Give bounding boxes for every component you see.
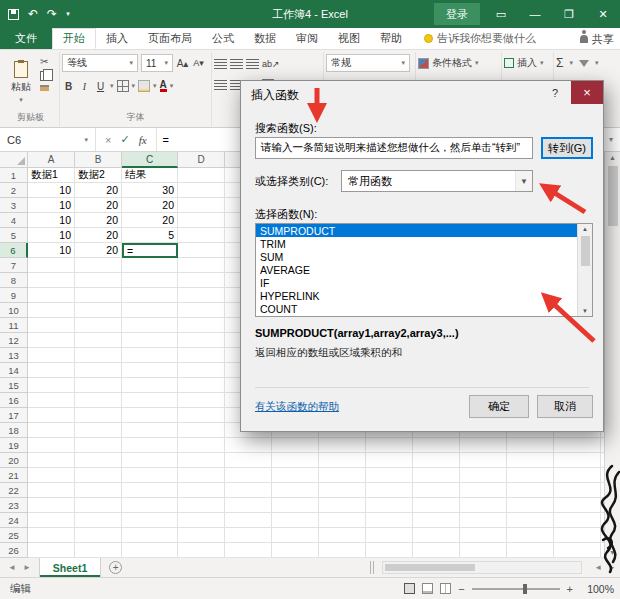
cell-B2[interactable]: 20 <box>75 183 122 198</box>
cell-J26[interactable] <box>460 543 507 558</box>
cell-I24[interactable] <box>413 513 460 528</box>
horizontal-scroll-thumb[interactable] <box>385 564 475 571</box>
ribbon-tab-帮助[interactable]: 帮助 <box>370 28 412 49</box>
cell-C8[interactable] <box>122 273 178 288</box>
cell-A14[interactable] <box>28 363 75 378</box>
cell-B24[interactable] <box>75 513 122 528</box>
cell-A4[interactable]: 10 <box>28 213 75 228</box>
zoom-out-icon[interactable]: − <box>458 583 464 595</box>
cell-F21[interactable] <box>272 468 319 483</box>
cell-C19[interactable] <box>122 438 178 453</box>
cell-A16[interactable] <box>28 393 75 408</box>
cell-A9[interactable] <box>28 288 75 303</box>
cell-A1[interactable]: 数据1 <box>28 168 75 183</box>
cell-L19[interactable] <box>554 438 601 453</box>
cell-C3[interactable]: 20 <box>122 198 178 213</box>
cell-H21[interactable] <box>366 468 413 483</box>
col-header-A[interactable]: A <box>28 152 75 168</box>
close-icon[interactable]: ✕ <box>586 0 620 28</box>
category-select[interactable]: 常用函数 ▼ <box>341 170 533 192</box>
cell-A3[interactable]: 10 <box>28 198 75 213</box>
scroll-down-icon[interactable]: ▼ <box>609 549 616 556</box>
row-header-16[interactable]: 16 <box>0 393 28 408</box>
grow-font-icon[interactable]: A▴ <box>176 55 189 71</box>
autosum-button[interactable]: Σ <box>556 56 563 70</box>
cell-B11[interactable] <box>75 318 122 333</box>
cell-G21[interactable] <box>319 468 366 483</box>
function-item-COUNT[interactable]: COUNT <box>256 302 577 315</box>
row-header-23[interactable]: 23 <box>0 498 28 513</box>
cell-L21[interactable] <box>554 468 601 483</box>
cell-C17[interactable] <box>122 408 178 423</box>
cell-K23[interactable] <box>507 498 554 513</box>
page-layout-view-icon[interactable] <box>422 583 433 594</box>
cell-B20[interactable] <box>75 453 122 468</box>
search-function-input[interactable]: 请输入一条简短说明来描述您想做什么，然后单击“转到” <box>255 137 533 159</box>
ribbon-tab-开始[interactable]: 开始 <box>52 28 96 49</box>
cell-C5[interactable]: 5 <box>122 228 178 243</box>
cell-G20[interactable] <box>319 453 366 468</box>
function-help-link[interactable]: 有关该函数的帮助 <box>255 400 339 414</box>
ribbon-tab-审阅[interactable]: 审阅 <box>286 28 328 49</box>
cell-D12[interactable] <box>178 333 225 348</box>
row-header-6[interactable]: 6 <box>0 243 28 258</box>
cell-D1[interactable] <box>178 168 225 183</box>
cell-D6[interactable] <box>178 243 225 258</box>
tab-scroll-splitter[interactable] <box>370 561 374 574</box>
bold-button[interactable]: B <box>62 78 75 94</box>
italic-button[interactable]: I <box>78 78 91 94</box>
cell-K19[interactable] <box>507 438 554 453</box>
chevron-down-icon[interactable]: ▾ <box>110 82 114 90</box>
row-header-12[interactable]: 12 <box>0 333 28 348</box>
row-header-10[interactable]: 10 <box>0 303 28 318</box>
cell-C23[interactable] <box>122 498 178 513</box>
cell-G22[interactable] <box>319 483 366 498</box>
sort-filter-icon[interactable] <box>579 60 589 67</box>
cell-A12[interactable] <box>28 333 75 348</box>
cell-J24[interactable] <box>460 513 507 528</box>
row-header-17[interactable]: 17 <box>0 408 28 423</box>
select-all-corner[interactable] <box>0 152 28 168</box>
cell-J25[interactable] <box>460 528 507 543</box>
ribbon-display-options-icon[interactable]: ▭ <box>484 0 518 28</box>
cell-D13[interactable] <box>178 348 225 363</box>
function-item-TRIM[interactable]: TRIM <box>256 237 577 250</box>
cell-E25[interactable] <box>225 528 272 543</box>
share-button[interactable]: 共享 <box>580 28 614 50</box>
cell-H25[interactable] <box>366 528 413 543</box>
cell-B22[interactable] <box>75 483 122 498</box>
cell-K20[interactable] <box>507 453 554 468</box>
cell-D23[interactable] <box>178 498 225 513</box>
cell-B21[interactable] <box>75 468 122 483</box>
cancel-entry-icon[interactable]: × <box>105 134 111 146</box>
cell-K21[interactable] <box>507 468 554 483</box>
cell-C13[interactable] <box>122 348 178 363</box>
cell-C1[interactable]: 结果 <box>122 168 178 183</box>
cell-K24[interactable] <box>507 513 554 528</box>
cell-B16[interactable] <box>75 393 122 408</box>
cell-I23[interactable] <box>413 498 460 513</box>
cell-H24[interactable] <box>366 513 413 528</box>
dialog-close-icon[interactable]: × <box>571 81 603 104</box>
scroll-down-icon[interactable]: ▼ <box>582 308 588 314</box>
cell-I26[interactable] <box>413 543 460 558</box>
cell-C14[interactable] <box>122 363 178 378</box>
normal-view-icon[interactable] <box>404 583 415 594</box>
vertical-scroll-thumb[interactable] <box>608 166 618 226</box>
cell-B3[interactable]: 20 <box>75 198 122 213</box>
cell-C26[interactable] <box>122 543 178 558</box>
row-header-7[interactable]: 7 <box>0 258 28 273</box>
cell-I20[interactable] <box>413 453 460 468</box>
ribbon-tab-页面布局[interactable]: 页面布局 <box>138 28 202 49</box>
cell-C25[interactable] <box>122 528 178 543</box>
cell-C12[interactable] <box>122 333 178 348</box>
align-left-icon[interactable] <box>214 80 227 90</box>
cell-D17[interactable] <box>178 408 225 423</box>
cell-A6[interactable]: 10 <box>28 243 75 258</box>
cell-L25[interactable] <box>554 528 601 543</box>
row-header-15[interactable]: 15 <box>0 378 28 393</box>
zoom-level[interactable]: 100% <box>580 583 614 595</box>
cell-L22[interactable] <box>554 483 601 498</box>
row-header-11[interactable]: 11 <box>0 318 28 333</box>
cell-D8[interactable] <box>178 273 225 288</box>
